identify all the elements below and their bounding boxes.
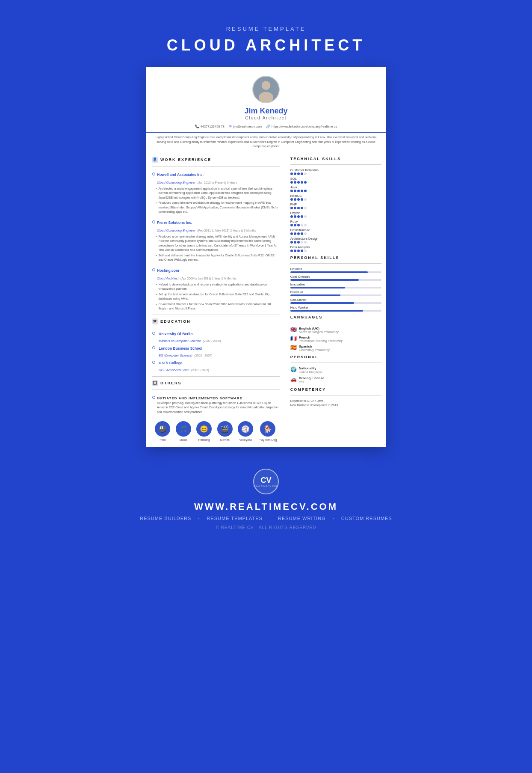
hobbies-row: 🎱 Pool 🎵 Music 😊 Relaxing 🎬 Movies [152,418,280,443]
others-icon: 🔲 [152,380,158,386]
edu-degree-3: GCE Advanced Level [159,368,189,372]
personal-item-1: 🚗Driving LicenseYes [290,376,381,384]
job-bullets-2: •Produced a comprehensive strategy using… [152,235,280,262]
hobby-music: 🎵 Music [176,421,191,441]
email-icon: ✉ [229,125,232,128]
hobby-movies-label: Movies [220,438,230,441]
tech-skill-8: Architecture Design [290,237,381,244]
hobby-movies: 🎬 Movies [217,421,233,441]
phone-icon: 📞 [195,125,199,128]
edu-degree-2: BS (Computer Science) [159,354,192,357]
personal-info-list: 🌍NationalityUnited Kingdom🚗Driving Licen… [290,366,381,384]
cv-badge: CV REALTIMECV.COM [253,469,279,494]
edu-degree-1: Masters of Computer Science [159,339,201,343]
tech-skill-7: DataStructure [290,228,381,235]
dog-icon: 🐕 [260,421,275,437]
edu-circle-2 [152,346,155,349]
others-circle [152,396,155,399]
subtitle: RESUME TEMPLATE [226,26,306,32]
lang-entry-1: 🇫🇷FrenchProfessional Working Proficiency [290,336,381,342]
main-title: CLOUD ARCHITECT [167,36,366,54]
competency-text: Expertise in C, C++ Java New Business de… [290,399,381,408]
personal-section-title: PERSONAL [290,355,381,359]
job-dates-1: (Jun 2013 to Present) 6 Years [198,181,237,184]
work-experience-section-title: 👤 WORK EXPERIENCE [152,157,280,163]
edu-dates-1: (2007 - 2009) [203,339,221,342]
edu-circle-1 [152,332,155,335]
personal-skill-1: Goal Oriented [290,275,381,281]
tech-skill-4: PHP [290,202,381,209]
svg-point-1 [262,81,271,90]
footer-link-writing[interactable]: RESUME WRITING [278,516,326,521]
job-role-2: Cloud Computing Engineer [157,229,195,232]
edu-dates-3: (2001 - 2003) [191,369,209,372]
music-icon: 🎵 [176,421,191,437]
hobby-volleyball-label: Volleyball [239,438,252,441]
hobby-relaxing: 😊 Relaxing [196,421,212,441]
footer-link-builders[interactable]: RESUME BUILDERS [140,516,191,521]
edu-entry-3: CATS College GCE Advanced Level (2001 - … [152,361,280,373]
hobby-dog: 🐕 Play with Dog [259,421,277,441]
contact-row: 📞 44277123456 78 ✉ jim@realtimecv.com 🔗 … [195,125,337,128]
edu-entry-2: London Business School BS (Computer Scie… [152,346,280,358]
cv-badge-sub: REALTIMECV.COM [254,485,278,488]
personal-skill-0: Devoted [290,267,381,273]
cv-badge-text: CV [260,476,271,485]
hobby-pool: 🎱 Pool [155,421,170,441]
personal-item-0: 🌍NationalityUnited Kingdom [290,366,381,374]
hobby-relaxing-label: Relaxing [198,438,210,441]
job-dates-3: (Apr 2009 to Jan 2011) 1 Year & 9 Months [180,277,236,280]
linkedin-icon: 🔗 [266,125,270,128]
candidate-title: Cloud Architect [245,116,287,120]
resume-card: Jim Kenedy Cloud Architect 📞 44277123456… [146,67,386,447]
footer-link-custom[interactable]: CUSTOM RESUMES [341,516,392,521]
tech-skills-section-title: TECHNICAL SKILLS [290,157,381,161]
job-bullets-1: •Architected a social engagement applica… [152,187,280,214]
education-list: University Of Berlin Masters of Computer… [152,332,280,373]
tech-skill-3: NodeJS [290,194,381,201]
tech-skill-1: SQL [290,177,381,184]
competency-section-title: COMPETENCY [290,387,381,392]
job-company-1: Howell and Associates Inc. [157,172,204,177]
relaxing-icon: 😊 [196,421,212,437]
right-column: TECHNICAL SKILLS Customer RelationsSQLJa… [285,152,386,448]
education-icon: 🎓 [152,318,158,324]
footer-url: WWW.REALTIMECV.COM [194,501,338,512]
pool-icon: 🎱 [155,421,170,437]
job-bullets-3: •Helped to develop backup and recovery s… [152,282,280,311]
tech-skill-5: Phyton [290,211,381,218]
footer-links: RESUME BUILDERS · RESUME TEMPLATES · RES… [140,516,392,521]
lang-entry-2: 🇪🇸SpanishElementary Proficiency [290,345,381,351]
personal-skills-section-title: PERSONAL SKILLS [290,256,381,260]
hobby-pool-label: Pool [160,438,166,441]
linkedin-url: https://www.linkedin.com/company/realtim… [272,125,337,128]
avatar [252,76,280,103]
work-icon: 👤 [152,157,158,163]
work-experience-list: Howell and Associates Inc. Cloud Computi… [152,170,280,311]
resume-body: 👤 WORK EXPERIENCE Howell and Associates … [146,152,386,448]
job-role-1: Cloud Computing Engineer [157,181,195,184]
job-circle-3 [152,268,155,271]
email-address: jim@realtimecv.com [233,125,262,128]
tech-skill-0: Customer Relations [290,168,381,175]
others-section-title: 🔲 OTHERS [152,380,280,386]
personal-skills-list: DevotedGoal OrientedInnovativePunctualSe… [290,267,381,312]
edu-entry-1: University Of Berlin Masters of Computer… [152,332,280,344]
footer-link-templates[interactable]: RESUME TEMPLATES [207,516,263,521]
tech-skill-9: Data Analysis [290,245,381,252]
tech-skills-list: Customer RelationsSQLJavaNodeJSPHPPhyton… [290,168,381,252]
edu-dates-2: (2003 - 2007) [194,354,212,357]
candidate-name: Jim Kenedy [244,107,287,116]
lang-entry-0: 🇬🇧English (UK)Native or Bilingual Profic… [290,327,381,333]
personal-skill-3: Punctual [290,290,381,296]
others-text: Developed patching, cloning and backup s… [152,401,280,415]
tech-skill-6: Ruby [290,220,381,226]
job-circle-2 [152,220,155,223]
left-column: 👤 WORK EXPERIENCE Howell and Associates … [146,152,285,448]
job-role-3: Cloud Architect [157,276,179,280]
job-company-3: Hosting.com [157,268,179,273]
summary: Highly skilled Cloud Computing Engineer … [146,133,386,152]
education-section-title: 🎓 EDUCATION [152,318,280,324]
languages-section-title: LANGUAGES [290,315,381,319]
others-title: INITIATED AND IMPLEMENTED SOFTWARE [157,396,242,400]
